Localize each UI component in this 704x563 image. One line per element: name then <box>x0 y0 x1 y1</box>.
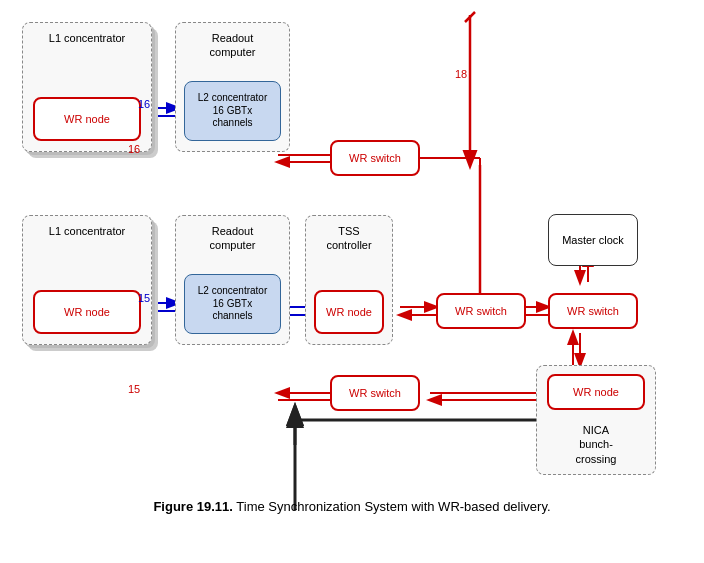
readout-bottom-label: Readout computer <box>176 224 289 253</box>
l1-concentrator-top-label: L1 concentrator <box>23 31 151 45</box>
wr-switch-right: WR switch <box>548 293 638 329</box>
label-16-mid: 16 <box>128 143 140 155</box>
l1-concentrator-top-outer: L1 concentrator WR node <box>22 22 152 152</box>
nica-outer: WR node NICA bunch- crossing <box>536 365 656 475</box>
figure-text: Time Synchronization System with WR-base… <box>236 499 550 514</box>
readout-top-label: Readout computer <box>176 31 289 60</box>
label-16-top: 16 <box>138 98 150 110</box>
wr-switch-middle-label: WR switch <box>455 304 507 318</box>
diagram-container: L1 concentrator WR node Readout computer… <box>0 0 704 520</box>
figure-caption: Figure 19.11. Time Synchronization Syste… <box>0 499 704 514</box>
l2-top-label: L2 concentrator 16 GBTx channels <box>198 92 268 130</box>
master-clock-label: Master clock <box>562 233 624 247</box>
l1-concentrator-bottom-outer: L1 concentrator WR node <box>22 215 152 345</box>
svg-line-6 <box>465 12 475 22</box>
wr-node-bottom-label: WR node <box>64 305 110 319</box>
wr-switch-bottom-label: WR switch <box>349 386 401 400</box>
wr-switch-top-label: WR switch <box>349 151 401 165</box>
tss-controller: TSS controller WR node <box>305 215 393 345</box>
wr-node-nica-label: WR node <box>573 385 619 399</box>
label-15-top: 15 <box>138 292 150 304</box>
l1-bottom-label: L1 concentrator <box>23 224 151 238</box>
wr-switch-right-label: WR switch <box>567 304 619 318</box>
wr-switch-middle: WR switch <box>436 293 526 329</box>
wr-switch-bottom: WR switch <box>330 375 420 411</box>
l2-concentrator-top: L2 concentrator 16 GBTx channels <box>184 81 281 141</box>
figure-number: Figure 19.11. <box>153 499 232 514</box>
wr-switch-top: WR switch <box>330 140 420 176</box>
wr-node-bottom: WR node <box>33 290 141 334</box>
nica-label: NICA bunch- crossing <box>537 423 655 466</box>
l2-bottom-label: L2 concentrator 16 GBTx channels <box>198 285 268 323</box>
wr-node-tss-label: WR node <box>326 305 372 319</box>
wr-node-top: WR node <box>33 97 141 141</box>
tss-label: TSS controller <box>306 224 392 253</box>
label-18: 18 <box>455 68 467 80</box>
wr-node-top-label: WR node <box>64 112 110 126</box>
label-15-mid: 15 <box>128 383 140 395</box>
wr-node-tss: WR node <box>314 290 384 334</box>
master-clock: Master clock <box>548 214 638 266</box>
wr-node-nica: WR node <box>547 374 645 410</box>
l2-concentrator-bottom: L2 concentrator 16 GBTx channels <box>184 274 281 334</box>
readout-computer-bottom-outer: Readout computer L2 concentrator 16 GBTx… <box>175 215 290 345</box>
readout-computer-top-outer: Readout computer L2 concentrator 16 GBTx… <box>175 22 290 152</box>
